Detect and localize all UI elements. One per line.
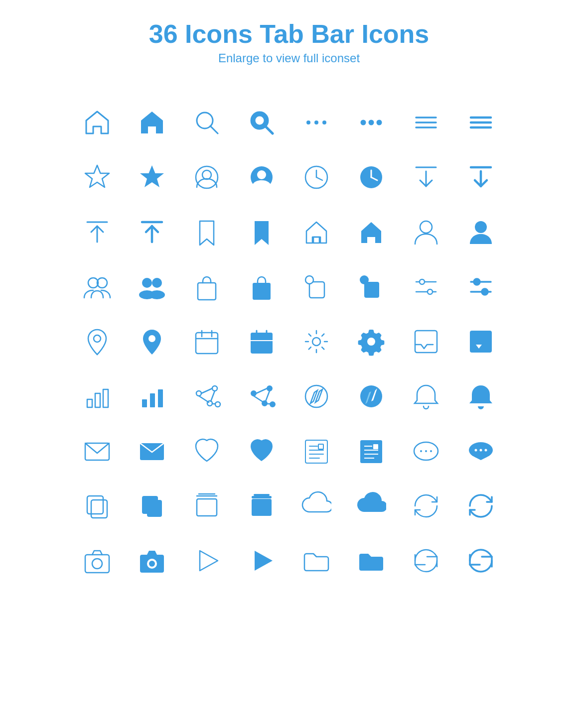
- icon-grid: [70, 95, 508, 588]
- group-outline-icon: [70, 259, 125, 314]
- location-outline-icon: [70, 314, 125, 369]
- svg-rect-50: [364, 282, 379, 298]
- group-filled-icon: [125, 259, 179, 314]
- svg-line-95: [254, 396, 264, 402]
- settings-outline-icon: [289, 314, 344, 369]
- svg-rect-79: [150, 393, 155, 407]
- svg-line-25: [316, 177, 322, 180]
- svg-point-19: [196, 166, 218, 188]
- sliders-outline-icon: [399, 259, 453, 314]
- news-filled-icon: [344, 424, 399, 479]
- inbox-outline-icon: [399, 314, 453, 369]
- page-title: 36 Icons Tab Bar Icons: [149, 20, 430, 48]
- heart-filled-icon: [234, 424, 289, 479]
- svg-rect-122: [87, 496, 103, 514]
- svg-point-72: [312, 338, 320, 346]
- stack-outline-icon: [179, 479, 234, 533]
- chat-outline-icon: [399, 424, 453, 479]
- svg-marker-137: [255, 551, 273, 571]
- heart-outline-icon: [179, 424, 234, 479]
- svg-rect-105: [305, 440, 327, 463]
- svg-rect-111: [360, 440, 382, 463]
- location-filled-icon: [125, 314, 179, 369]
- svg-line-85: [201, 388, 212, 393]
- svg-line-93: [256, 388, 267, 393]
- svg-rect-130: [254, 494, 270, 496]
- svg-point-20: [202, 170, 211, 179]
- svg-marker-17: [85, 165, 109, 187]
- home2-filled-icon: [344, 205, 399, 259]
- svg-rect-121: [91, 500, 107, 518]
- network-outline-icon: [179, 369, 234, 424]
- compass-outline-icon: [289, 369, 344, 424]
- svg-point-58: [474, 279, 480, 285]
- bag-filled-icon: [234, 259, 289, 314]
- compass-filled-icon: [344, 369, 399, 424]
- svg-rect-110: [318, 444, 323, 449]
- calendar-outline-icon: [179, 314, 234, 369]
- svg-point-120: [485, 449, 487, 452]
- svg-point-132: [92, 559, 102, 569]
- chat-filled-icon: [453, 424, 508, 479]
- svg-rect-47: [253, 283, 271, 300]
- clock-outline-icon: [289, 150, 344, 205]
- star-outline-icon: [70, 150, 125, 205]
- svg-marker-18: [140, 165, 164, 187]
- svg-rect-48: [309, 282, 324, 298]
- stack-filled-icon: [234, 479, 289, 533]
- svg-point-84: [215, 402, 220, 407]
- user-circle-outline-icon: [179, 150, 234, 205]
- cloud-filled-icon: [344, 479, 399, 533]
- mail-filled-icon: [125, 424, 179, 479]
- svg-rect-62: [196, 333, 218, 354]
- svg-rect-46: [198, 283, 216, 300]
- svg-rect-116: [373, 444, 378, 449]
- folder-filled-icon: [344, 533, 399, 588]
- person-outline-icon: [399, 205, 453, 259]
- svg-point-7: [322, 121, 326, 124]
- svg-point-135: [149, 561, 155, 567]
- svg-rect-80: [158, 389, 163, 407]
- svg-point-5: [306, 121, 310, 124]
- copy-circle-outline-icon: [289, 259, 344, 314]
- more-filled-icon: [344, 95, 399, 150]
- svg-point-43: [152, 278, 162, 288]
- menu-outline-icon: [399, 95, 453, 150]
- play-filled-icon: [234, 533, 289, 588]
- svg-rect-67: [251, 333, 273, 341]
- svg-point-8: [361, 120, 366, 125]
- news-outline-icon: [289, 424, 344, 479]
- svg-point-38: [420, 221, 432, 233]
- upload-filled-icon: [125, 205, 179, 259]
- download-filled-icon: [453, 150, 508, 205]
- svg-point-81: [196, 391, 201, 396]
- svg-rect-75: [87, 399, 92, 407]
- bookmark-outline-icon: [179, 205, 234, 259]
- svg-point-89: [251, 391, 256, 396]
- svg-line-1: [210, 126, 218, 133]
- copy-filled-icon: [125, 479, 179, 533]
- refresh-ccw-outline-icon: [399, 479, 453, 533]
- cloud-outline-icon: [289, 479, 344, 533]
- sliders-filled-icon: [453, 259, 508, 314]
- home2-outline-icon: [289, 205, 344, 259]
- download-outline-icon: [399, 150, 453, 205]
- svg-marker-136: [200, 551, 218, 571]
- mail-outline-icon: [70, 424, 125, 479]
- svg-point-49: [305, 276, 313, 284]
- copy-outline-icon: [70, 479, 125, 533]
- bookmark-filled-icon: [234, 205, 289, 259]
- settings-filled-icon: [344, 314, 399, 369]
- svg-point-10: [377, 120, 382, 125]
- svg-point-42: [142, 278, 152, 288]
- svg-point-45: [149, 290, 165, 299]
- svg-line-4: [265, 126, 273, 133]
- network-filled-icon: [234, 369, 289, 424]
- svg-point-60: [94, 335, 101, 342]
- svg-point-6: [314, 121, 318, 124]
- bell-filled-icon: [453, 369, 508, 424]
- svg-point-92: [270, 402, 275, 407]
- svg-rect-73: [415, 331, 437, 353]
- svg-point-51: [360, 275, 369, 284]
- more-outline-icon: [289, 95, 344, 150]
